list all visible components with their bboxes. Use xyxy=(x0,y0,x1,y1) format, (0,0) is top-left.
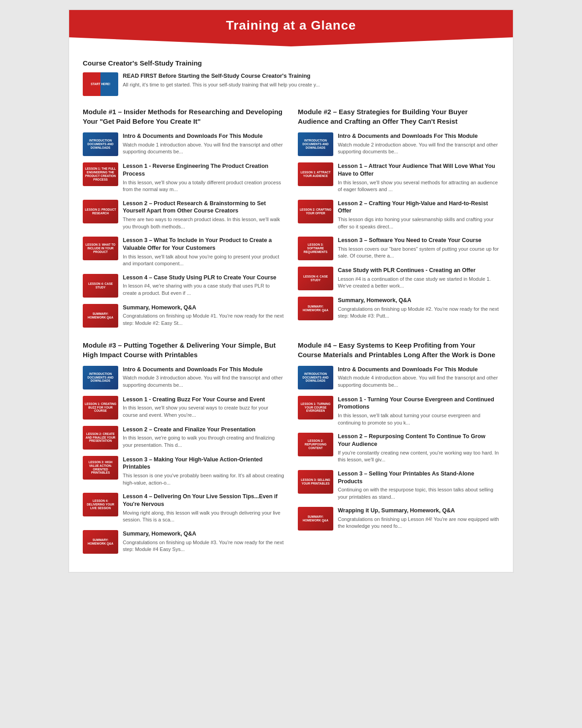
list-item[interactable]: LESSON 3: SELLING YOUR PRINTABLESLesson … xyxy=(298,470,499,501)
self-study-lesson-desc: All right, it's time to get started. Thi… xyxy=(123,81,320,88)
thumb-text: LESSON 1: TURNING YOUR COURSE EVERGREEN xyxy=(298,401,333,414)
list-item[interactable]: LESSON 3: HIGH VALUE ACTION-ORIENTED PRI… xyxy=(83,456,284,487)
lesson-title: Lesson 3 – What To Include in Your Produ… xyxy=(123,237,284,252)
module3-title: Module #3 – Putting Together & Deliverin… xyxy=(83,340,284,359)
module1-lesson-list: INTRODUCTION DOCUMENTS AND DOWNLOADSIntr… xyxy=(83,132,284,328)
self-study-item[interactable]: START HERE! READ FIRST Before Starting t… xyxy=(83,72,499,96)
lesson-thumb: SUMMARY: HOMEWORK Q&A xyxy=(298,297,333,320)
thumb-label: START HERE! xyxy=(89,81,111,87)
lesson-desc: This lesson covers our "bare bones" syst… xyxy=(338,246,499,260)
module1-col: Module #1 – Insider Methods for Research… xyxy=(83,107,284,328)
thumb-text: SUMMARY: HOMEWORK Q&A xyxy=(298,303,333,313)
list-item[interactable]: LESSON 3: SOFTWARE REQUIREMENTSLesson 3 … xyxy=(298,237,499,260)
lesson-text: Lesson 1 – Attract Your Audience That Wi… xyxy=(338,162,499,193)
lesson-desc: In lesson #4, we're sharing with you a c… xyxy=(123,283,284,297)
lesson-title: Summary, Homework, Q&A xyxy=(123,530,284,538)
lesson-title: Lesson 1 - Creating Buzz For Your Course… xyxy=(123,396,284,404)
self-study-lesson-title: READ FIRST Before Starting the Self-Stud… xyxy=(123,72,320,80)
lesson-text: Lesson 2 – Crafting Your High-Value and … xyxy=(338,200,499,231)
thumb-text: INTRODUCTION DOCUMENTS AND DOWNLOADS xyxy=(83,137,118,151)
lesson-title: Lesson 4 – Case Study Using PLR to Creat… xyxy=(123,274,284,282)
list-item[interactable]: LESSON 4: CASE STUDYCase Study with PLR … xyxy=(298,267,499,290)
lesson-thumb: SUMMARY: HOMEWORK Q&A xyxy=(298,507,333,531)
module2-col: Module #2 – Easy Strategies for Building… xyxy=(298,107,499,328)
thumb-text: LESSON 2: PRODUCT RESEARCH xyxy=(83,207,118,217)
thumb-text: LESSON 3: SELLING YOUR PRINTABLES xyxy=(298,477,333,487)
thumb-text: LESSON 1: CREATING BUZZ FOR YOUR COURSE xyxy=(83,401,118,414)
list-item[interactable]: LESSON 2: PRODUCT RESEARCHLesson 2 – Pro… xyxy=(83,200,284,231)
lesson-desc: In this lesson, we'll talk about how you… xyxy=(123,253,284,268)
self-study-title: Course Creator's Self-Study Training xyxy=(83,59,499,67)
module4-col: Module #4 – Easy Systems to Keep Profiti… xyxy=(298,340,499,554)
lesson-title: Lesson 2 – Repurposing Content To Contin… xyxy=(338,433,499,448)
lesson-text: Lesson 2 – Repurposing Content To Contin… xyxy=(338,433,499,464)
lesson-title: Lesson 2 – Crafting Your High-Value and … xyxy=(338,200,499,215)
lesson-desc: In this lesson, we'll talk about turning… xyxy=(338,412,499,426)
list-item[interactable]: LESSON 2: CRAFTING YOUR OFFERLesson 2 – … xyxy=(298,200,499,231)
lesson-text: Lesson 2 – Product Research & Brainstorm… xyxy=(123,200,284,231)
lesson-title: Lesson 1 – Attract Your Audience That Wi… xyxy=(338,162,499,178)
list-item[interactable]: SUMMARY: HOMEWORK Q&AWrapping it Up, Sum… xyxy=(298,507,499,531)
lesson-thumb: LESSON 2: PRODUCT RESEARCH xyxy=(83,200,118,223)
lesson-desc: In this lesson, we're going to walk you … xyxy=(123,435,284,449)
list-item[interactable]: INTRODUCTION DOCUMENTS AND DOWNLOADSIntr… xyxy=(298,366,499,389)
thumb-text: LESSON 1: ATTRACT YOUR AUDIENCE xyxy=(298,169,333,179)
lesson-text: Lesson 3 – Selling Your Printables As St… xyxy=(338,470,499,501)
list-item[interactable]: LESSON 3: WHAT TO INCLUDE IN YOUR PRODUC… xyxy=(83,237,284,268)
list-item[interactable]: INTRODUCTION DOCUMENTS AND DOWNLOADSIntr… xyxy=(83,132,284,156)
module1-title: Module #1 – Insider Methods for Research… xyxy=(83,107,284,126)
thumb-text: SUMMARY: HOMEWORK Q&A xyxy=(298,514,333,524)
header-banner: Training at a Glance xyxy=(69,10,513,46)
lesson-desc: In this lesson, we'll show you several w… xyxy=(123,404,284,419)
list-item[interactable]: LESSON 1: ATTRACT YOUR AUDIENCELesson 1 … xyxy=(298,162,499,193)
lesson-text: Lesson 3 – Making Your High-Value Action… xyxy=(123,456,284,487)
lesson-text: Intro & Documents and Downloads For This… xyxy=(123,366,284,389)
self-study-text: READ FIRST Before Starting the Self-Stud… xyxy=(123,72,320,88)
lesson-text: Lesson 1 - Reverse Engineering The Produ… xyxy=(123,162,284,193)
lesson-text: Lesson 1 - Creating Buzz For Your Course… xyxy=(123,396,284,419)
list-item[interactable]: LESSON 4: CASE STUDYLesson 4 – Case Stud… xyxy=(83,274,284,298)
lesson-text: Summary, Homework, Q&ACongratulations on… xyxy=(123,304,284,327)
lesson-title: Lesson 1 - Reverse Engineering The Produ… xyxy=(123,162,284,178)
lesson-text: Case Study with PLR Continues - Creating… xyxy=(338,267,499,290)
lesson-desc: There are two ways to research product i… xyxy=(123,216,284,230)
lesson-thumb: INTRODUCTION DOCUMENTS AND DOWNLOADS xyxy=(298,366,333,389)
list-item[interactable]: INTRODUCTION DOCUMENTS AND DOWNLOADSIntr… xyxy=(298,132,499,156)
lesson-thumb: LESSON 1: ATTRACT YOUR AUDIENCE xyxy=(298,162,333,186)
lesson-thumb: LESSON 2: CREATE AND FINALIZE YOUR PRESE… xyxy=(83,426,118,450)
self-study-section: Course Creator's Self-Study Training STA… xyxy=(83,59,499,96)
module2-lesson-list: INTRODUCTION DOCUMENTS AND DOWNLOADSIntr… xyxy=(298,132,499,320)
lesson-desc: Lesson #4 is a continuation of the case … xyxy=(338,276,499,290)
lesson-thumb: LESSON 1: THE FULL ENGINEERING THE PRODU… xyxy=(83,162,118,186)
lesson-desc: This lesson is one you've probably been … xyxy=(123,472,284,486)
lesson-desc: Congratulations on finishing up Module #… xyxy=(338,306,499,320)
content-area: Course Creator's Self-Study Training STA… xyxy=(69,59,513,554)
lesson-title: Lesson 1 - Turning Your Course Evergreen… xyxy=(338,396,499,411)
list-item[interactable]: LESSON 1: TURNING YOUR COURSE EVERGREENL… xyxy=(298,396,499,427)
list-item[interactable]: SUMMARY: HOMEWORK Q&ASummary, Homework, … xyxy=(83,530,284,554)
list-item[interactable]: LESSON 2: CREATE AND FINALIZE YOUR PRESE… xyxy=(83,426,284,450)
lesson-title: Summary, Homework, Q&A xyxy=(123,304,284,312)
list-item[interactable]: LESSON 2: REPURPOSING CONTENTLesson 2 – … xyxy=(298,433,499,464)
lesson-thumb: LESSON 3: HIGH VALUE ACTION-ORIENTED PRI… xyxy=(83,456,118,480)
list-item[interactable]: SUMMARY: HOMEWORK Q&ASummary, Homework, … xyxy=(298,297,499,320)
lesson-text: Lesson 2 – Create and Finalize Your Pres… xyxy=(123,426,284,449)
modules-top-grid: Module #1 – Insider Methods for Research… xyxy=(83,107,499,328)
lesson-desc: Moving right along, this lesson will wal… xyxy=(123,510,284,524)
lesson-thumb: LESSON 4: DELIVERING YOUR LIVE SESSION xyxy=(83,493,118,516)
list-item[interactable]: SUMMARY: HOMEWORK Q&ASummary, Homework, … xyxy=(83,304,284,328)
list-item[interactable]: LESSON 1: THE FULL ENGINEERING THE PRODU… xyxy=(83,162,284,193)
lesson-desc: In this lesson, we'll show you several m… xyxy=(338,179,499,193)
list-item[interactable]: LESSON 4: DELIVERING YOUR LIVE SESSIONLe… xyxy=(83,493,284,524)
lesson-title: Intro & Documents and Downloads For This… xyxy=(338,366,499,374)
thumb-text: LESSON 2: REPURPOSING CONTENT xyxy=(298,438,333,451)
thumb-text: LESSON 4: CASE STUDY xyxy=(298,273,333,283)
lesson-desc: Watch module 1 introduction above. You w… xyxy=(123,142,284,156)
thumb-text: SUMMARY: HOMEWORK Q&A xyxy=(83,537,118,547)
lesson-text: Lesson 3 – What To Include in Your Produ… xyxy=(123,237,284,268)
list-item[interactable]: LESSON 1: CREATING BUZZ FOR YOUR COURSEL… xyxy=(83,396,284,420)
lesson-text: Intro & Documents and Downloads For This… xyxy=(338,366,499,389)
lesson-thumb: INTRODUCTION DOCUMENTS AND DOWNLOADS xyxy=(83,366,118,389)
thumb-text: LESSON 3: HIGH VALUE ACTION-ORIENTED PRI… xyxy=(83,459,118,476)
list-item[interactable]: INTRODUCTION DOCUMENTS AND DOWNLOADSIntr… xyxy=(83,366,284,389)
